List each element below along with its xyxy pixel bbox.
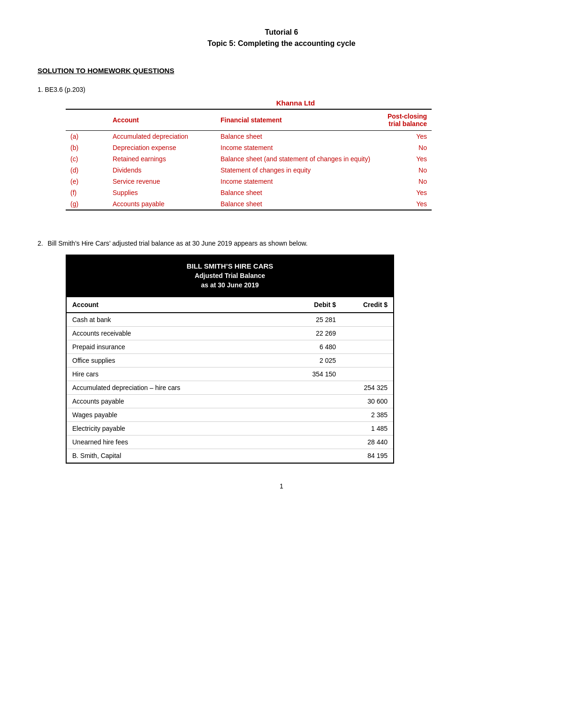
bill-row-debit <box>290 408 342 422</box>
bill-table: Account Debit $ Credit $ Cash at bank25 … <box>67 296 393 463</box>
bill-row-account: B. Smith, Capital <box>67 449 290 463</box>
table-row: (g)Accounts payableBalance sheetYes <box>66 198 432 210</box>
table-row: (f)SuppliesBalance sheetYes <box>66 187 432 198</box>
question2-label: 2. <box>38 240 43 247</box>
row-trial-balance: No <box>375 176 432 187</box>
row-trial-balance: Yes <box>375 198 432 210</box>
bill-row-debit: 6 480 <box>290 340 342 354</box>
table-row: (a)Accumulated depreciationBalance sheet… <box>66 131 432 143</box>
bill-smith-table-section: BILL SMITH’S HIRE CARS Adjusted Trial Ba… <box>66 255 394 464</box>
row-account: Dividends <box>108 165 216 176</box>
page-title: Tutorial 6 <box>38 28 525 37</box>
bill-row-account: Accumulated depreciation – hire cars <box>67 381 290 395</box>
page-number: 1 <box>38 482 525 490</box>
row-account: Supplies <box>108 187 216 198</box>
row-statement: Balance sheet <box>216 198 375 210</box>
bill-row-account: Office supplies <box>67 354 290 368</box>
row-label: (f) <box>66 187 108 198</box>
bill-row-account: Electricity payable <box>67 422 290 435</box>
bill-row-credit: 30 600 <box>342 395 393 408</box>
bill-row-account: Wages payable <box>67 408 290 422</box>
bill-row-debit <box>290 422 342 435</box>
bill-row-credit <box>342 354 393 368</box>
row-label: (d) <box>66 165 108 176</box>
bill-row-credit: 28 440 <box>342 435 393 449</box>
table-row: (d)DividendsStatement of changes in equi… <box>66 165 432 176</box>
bill-col-credit: Credit $ <box>342 297 393 313</box>
bill-row-credit <box>342 368 393 381</box>
row-statement: Income statement <box>216 176 375 187</box>
row-trial-balance: Yes <box>375 131 432 143</box>
row-account: Depreciation expense <box>108 142 216 153</box>
khanna-title: Khanna Ltd <box>66 99 525 107</box>
bill-row-account: Prepaid insurance <box>67 340 290 354</box>
table-row: Accumulated depreciation – hire cars254 … <box>67 381 393 395</box>
table-row: (b)Depreciation expenseIncome statementN… <box>66 142 432 153</box>
row-statement: Balance sheet (and statement of changes … <box>216 153 375 165</box>
row-trial-balance: No <box>375 165 432 176</box>
table-row: Accounts payable30 600 <box>67 395 393 408</box>
bill-row-credit: 84 195 <box>342 449 393 463</box>
row-statement: Income statement <box>216 142 375 153</box>
row-trial-balance: Yes <box>375 187 432 198</box>
row-label: (g) <box>66 198 108 210</box>
row-label: (e) <box>66 176 108 187</box>
bill-row-debit: 2 025 <box>290 354 342 368</box>
bill-row-account: Unearned hire fees <box>67 435 290 449</box>
bill-row-debit <box>290 449 342 463</box>
bill-title: BILL SMITH’S HIRE CARS <box>71 262 388 270</box>
bill-row-credit <box>342 327 393 340</box>
question2-section: 2. Bill Smith’s Hire Cars’ adjusted tria… <box>38 240 525 247</box>
bill-row-account: Hire cars <box>67 368 290 381</box>
bill-col-account: Account <box>67 297 290 313</box>
bill-row-credit <box>342 340 393 354</box>
table-row: Accounts receivable22 269 <box>67 327 393 340</box>
table-row: Cash at bank25 281 <box>67 313 393 327</box>
col-header-financial-statement: Financial statement <box>216 109 375 131</box>
bill-row-account: Accounts payable <box>67 395 290 408</box>
bill-row-credit: 1 485 <box>342 422 393 435</box>
row-trial-balance: No <box>375 142 432 153</box>
bill-row-account: Accounts receivable <box>67 327 290 340</box>
bill-row-debit: 25 281 <box>290 313 342 327</box>
table-row: Prepaid insurance6 480 <box>67 340 393 354</box>
bill-row-credit: 254 325 <box>342 381 393 395</box>
bill-row-account: Cash at bank <box>67 313 290 327</box>
table-row: Office supplies2 025 <box>67 354 393 368</box>
question2-intro: Bill Smith’s Hire Cars’ adjusted trial b… <box>48 240 308 247</box>
bill-row-debit: 22 269 <box>290 327 342 340</box>
table-row: Hire cars354 150 <box>67 368 393 381</box>
row-trial-balance: Yes <box>375 153 432 165</box>
row-statement: Balance sheet <box>216 187 375 198</box>
table-row: B. Smith, Capital84 195 <box>67 449 393 463</box>
bill-header: BILL SMITH’S HIRE CARS Adjusted Trial Ba… <box>67 255 393 296</box>
col-header-post-closing: Post-closing trial balance <box>375 109 432 131</box>
row-account: Accumulated depreciation <box>108 131 216 143</box>
row-label: (c) <box>66 153 108 165</box>
row-statement: Balance sheet <box>216 131 375 143</box>
section-heading: SOLUTION TO HOMEWORK QUESTIONS <box>38 67 525 75</box>
bill-row-credit: 2 385 <box>342 408 393 422</box>
table-row: Unearned hire fees28 440 <box>67 435 393 449</box>
bill-row-debit <box>290 395 342 408</box>
bill-row-debit <box>290 381 342 395</box>
bill-row-debit: 354 150 <box>290 368 342 381</box>
bill-subtitle: Adjusted Trial Balance <box>71 272 388 279</box>
page-subtitle: Topic 5: Completing the accounting cycle <box>38 39 525 48</box>
row-account: Service revenue <box>108 176 216 187</box>
table-row: Electricity payable1 485 <box>67 422 393 435</box>
khanna-table-footer <box>66 210 432 211</box>
khanna-table-section: Khanna Ltd Account Financial statement P… <box>66 99 525 211</box>
row-label: (b) <box>66 142 108 153</box>
col-header-empty <box>66 109 108 131</box>
bill-row-credit <box>342 313 393 327</box>
row-account: Accounts payable <box>108 198 216 210</box>
khanna-table: Account Financial statement Post-closing… <box>66 109 432 211</box>
bill-date: as at 30 June 2019 <box>71 281 388 289</box>
bill-col-debit: Debit $ <box>290 297 342 313</box>
table-row: Wages payable2 385 <box>67 408 393 422</box>
row-account: Retained earnings <box>108 153 216 165</box>
row-label: (a) <box>66 131 108 143</box>
col-header-account: Account <box>108 109 216 131</box>
question1-label: 1. BE3.6 (p.203) <box>38 86 525 93</box>
